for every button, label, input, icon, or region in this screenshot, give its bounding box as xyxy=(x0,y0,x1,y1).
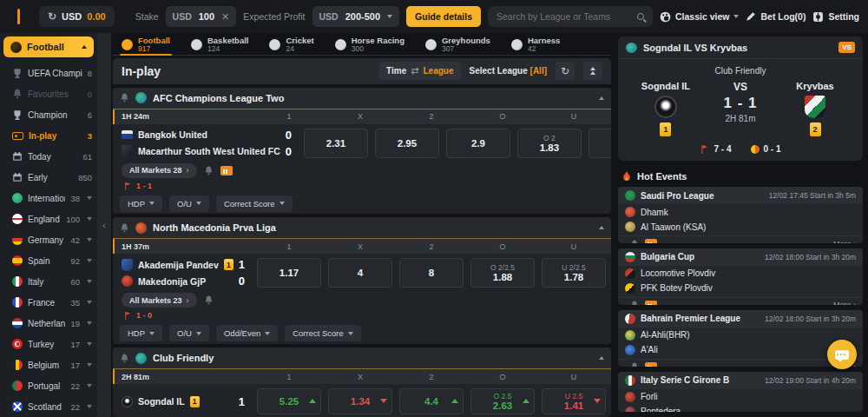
odds-cell-2[interactable]: 4.4 xyxy=(399,388,464,414)
stats-icon[interactable] xyxy=(220,166,233,175)
bell-icon[interactable] xyxy=(630,240,639,243)
sidebar-item-italy[interactable]: Italy 60 xyxy=(3,271,97,292)
home-team[interactable]: Sogndal IL 1 xyxy=(630,81,701,136)
bell-icon[interactable] xyxy=(204,166,214,175)
chevron-up-icon[interactable] xyxy=(599,356,604,360)
profit-select[interactable]: USD 200-500 xyxy=(312,6,400,27)
guide-details-button[interactable]: Guide details xyxy=(406,6,481,27)
stats-icon[interactable] xyxy=(645,239,657,243)
filter-hdp[interactable]: HDP xyxy=(120,195,162,212)
hot-event[interactable]: Bulgaria Cup 12/02 18:00 Start in 3h 20m… xyxy=(618,248,863,305)
sidebar-item-international[interactable]: International 38 xyxy=(3,188,97,208)
tab-horse-racing[interactable]: Horse Racing300 xyxy=(333,35,406,55)
clear-icon[interactable]: ✕ xyxy=(221,11,229,23)
odds-cell-over[interactable]: O 21.83 xyxy=(517,129,582,158)
filter-ou[interactable]: O/U xyxy=(169,325,209,341)
hot-event[interactable]: Italy Serie C Girone B 12/02 19:00 Start… xyxy=(618,372,863,412)
select-league-button[interactable]: Select League [All] xyxy=(470,66,548,76)
odds-cell-2[interactable]: 2.9 xyxy=(446,129,510,158)
sidebar-item-scotland[interactable]: Scotland 22 xyxy=(3,396,97,417)
refresh-icon[interactable]: ↻ xyxy=(48,11,56,22)
odds-cell-x[interactable]: 2.95 xyxy=(375,129,439,158)
odds-cell-1[interactable]: 5.25 xyxy=(257,388,321,414)
filter-ou[interactable]: O/U xyxy=(169,195,209,212)
sidebar-item-uefa[interactable]: UEFA Champions L... 8 xyxy=(3,63,97,83)
stats-icon[interactable] xyxy=(645,362,657,367)
bell-icon[interactable] xyxy=(120,354,129,363)
more-button[interactable]: More › xyxy=(833,240,856,243)
stake-value[interactable]: 100 xyxy=(199,11,214,22)
home-team[interactable]: Sogndal IL 1 1 xyxy=(113,395,257,408)
sidebar-item-champion[interactable]: Champion 6 xyxy=(3,104,97,125)
chevron-up-icon[interactable] xyxy=(599,96,604,100)
sidebar-sport-header[interactable]: Football xyxy=(3,36,94,57)
more-button[interactable]: More › xyxy=(833,301,856,304)
time-league-toggle[interactable]: Time ⇄ League xyxy=(379,62,460,80)
hot-event[interactable]: Saudi Pro League 12/02 17:45 Start in 3h… xyxy=(618,187,863,243)
odds-cell-under[interactable]: U 2.51.41 xyxy=(542,388,606,414)
collapse-all-button[interactable] xyxy=(583,62,602,80)
setting-button[interactable]: Setting xyxy=(812,11,859,23)
filter-correct-score[interactable]: Correct Score xyxy=(216,195,293,212)
view-selector[interactable]: Classic view xyxy=(660,11,739,23)
currency-selector[interactable]: ↻ USD 0.00 xyxy=(39,6,115,27)
league-header[interactable]: AFC Champions League Two xyxy=(113,88,611,109)
chat-button[interactable] xyxy=(827,340,857,369)
sidebar-item-inplay[interactable]: In-play 3 xyxy=(3,125,97,146)
away-team[interactable]: Makedonija GjP 0 xyxy=(113,275,257,288)
bell-icon[interactable] xyxy=(630,301,639,304)
sidebar-item-england[interactable]: England 100 xyxy=(3,208,97,229)
away-team[interactable]: Kryvbas 2 xyxy=(779,81,851,136)
league-header[interactable]: North Macedonia Prva Liga xyxy=(113,217,611,239)
odds-cell-1[interactable]: 1.17 xyxy=(257,258,321,288)
sidebar-item-today[interactable]: Today 61 xyxy=(3,146,97,167)
sidebar-item-belgium[interactable]: Belgium 17 xyxy=(3,354,97,375)
sidebar-item-favourites[interactable]: Favourites 0 xyxy=(3,83,97,104)
refresh-button[interactable]: ↻ xyxy=(556,62,575,80)
sidebar-collapse-handle[interactable]: ‹ xyxy=(97,33,111,417)
home-team[interactable]: Akademija Pandev 1 1 xyxy=(113,258,257,271)
chevron-up-icon[interactable] xyxy=(599,226,604,229)
sidebar-item-turkey[interactable]: Turkey 17 xyxy=(3,334,97,354)
tab-cricket[interactable]: Cricket24 xyxy=(267,35,315,55)
topbar: ↻ USD 0.00 Stake USD 100 ✕ Expected Prof… xyxy=(0,0,868,33)
odds-cell-x[interactable]: 4 xyxy=(328,258,392,288)
odds-cell-1[interactable]: 2.31 xyxy=(304,129,368,158)
search-icon[interactable] xyxy=(637,13,644,20)
bell-icon[interactable] xyxy=(204,295,214,305)
calendar-icon xyxy=(12,151,23,162)
hot-event[interactable]: Bahrain Premier League 12/02 18:00 Start… xyxy=(618,310,863,367)
away-team[interactable]: Macarthur South West United FC 0 xyxy=(113,145,304,158)
odds-cell-2[interactable]: 8 xyxy=(399,258,464,288)
sidebar-item-spain[interactable]: Spain 92 xyxy=(3,250,97,271)
sidebar-item-portugal[interactable]: Portugal 22 xyxy=(3,375,97,396)
sidebar-item-germany[interactable]: Germany 42 xyxy=(3,229,97,250)
all-markets-button[interactable]: All Markets 28› xyxy=(122,163,197,178)
odds-cell-over[interactable]: O 2.52.63 xyxy=(470,388,535,414)
bell-icon[interactable] xyxy=(630,362,639,366)
tab-basketball[interactable]: Basketball124 xyxy=(189,35,251,55)
bell-icon[interactable] xyxy=(120,223,129,233)
sidebar-item-netherlands[interactable]: Netherlands 19 xyxy=(3,313,97,334)
tab-harness[interactable]: Harness42 xyxy=(510,35,562,55)
league-header[interactable]: Club Friendly xyxy=(113,348,611,369)
sidebar-item-france[interactable]: France 35 xyxy=(3,292,97,313)
sidebar-item-early[interactable]: Early 850 xyxy=(3,167,97,188)
stake-input[interactable]: USD 100 ✕ xyxy=(166,6,237,27)
bell-icon[interactable] xyxy=(120,93,129,103)
home-team[interactable]: Bangkok United 0 xyxy=(113,129,304,142)
odds-cell-x[interactable]: 1.34 xyxy=(328,388,392,414)
stats-icon[interactable] xyxy=(645,301,657,305)
all-markets-button[interactable]: All Markets 23› xyxy=(122,293,197,308)
odds-cell-under[interactable]: U 21.99 xyxy=(589,129,611,158)
tab-greyhounds[interactable]: Greyhounds307 xyxy=(424,35,492,55)
odds-cell-over[interactable]: O 2/2.51.88 xyxy=(470,258,535,288)
bet-log-button[interactable]: Bet Log(0) xyxy=(746,11,806,22)
filter-correct-score[interactable]: Correct Score xyxy=(285,325,361,341)
search-bar[interactable] xyxy=(488,6,653,27)
tab-football[interactable]: Football917 xyxy=(120,35,172,55)
filter-hdp[interactable]: HDP xyxy=(120,325,162,341)
search-input[interactable] xyxy=(496,11,637,22)
filter-odd-even[interactable]: Odd/Even xyxy=(216,325,278,341)
odds-cell-under[interactable]: U 2/2.51.78 xyxy=(542,258,606,288)
